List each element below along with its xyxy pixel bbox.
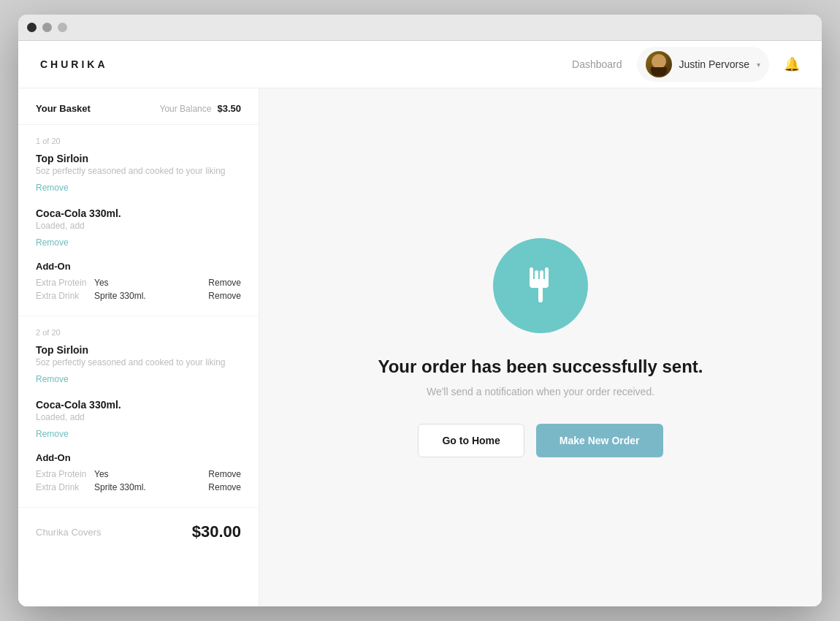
- dashboard-link[interactable]: Dashboard: [572, 58, 622, 70]
- remove-sirloin-1[interactable]: Remove: [36, 183, 69, 193]
- item-name-cola-2: Coca-Cola 330ml.: [36, 399, 241, 411]
- addon-remove-protein-1[interactable]: Remove: [208, 278, 241, 288]
- addon-value-protein-1: Yes: [94, 278, 208, 288]
- sidebar-footer: Churika Covers $30.00: [18, 508, 259, 556]
- addon-value-drink-1: Sprite 330ml.: [94, 291, 208, 301]
- addon-key-drink-1: Extra Drink: [36, 291, 94, 301]
- addon-row-drink-2: Extra Drink Sprite 330ml. Remove: [36, 482, 241, 492]
- addon-title-2: Add-On: [36, 452, 241, 463]
- addon-key-protein-2: Extra Protein: [36, 469, 94, 479]
- footer-label: Churika Covers: [36, 527, 102, 538]
- footer-total: $30.00: [192, 522, 241, 541]
- success-icon-container: [493, 238, 588, 333]
- main-layout: Your Basket Your Balance $3.50 1 of 20 T…: [18, 88, 822, 606]
- basket-title: Your Basket: [36, 103, 91, 114]
- item-desc-cola-1: Loaded, add: [36, 221, 241, 231]
- item-name-sirloin-2: Top Sirloin: [36, 344, 241, 356]
- header: CHURIKA Dashboard Justin Pervorse ▾ 🔔: [18, 41, 822, 88]
- addon-value-protein-2: Yes: [94, 469, 208, 479]
- close-button[interactable]: [27, 23, 37, 32]
- addon-row-drink-1: Extra Drink Sprite 330ml. Remove: [36, 291, 241, 301]
- user-name: Justin Pervorse: [679, 58, 749, 70]
- balance-value: $3.50: [217, 103, 241, 114]
- addon-key-drink-2: Extra Drink: [36, 482, 94, 492]
- addon-section-2: Add-On Extra Protein Yes Remove Extra Dr…: [36, 452, 241, 492]
- remove-cola-2[interactable]: Remove: [36, 429, 69, 439]
- titlebar: [18, 15, 822, 41]
- maximize-button[interactable]: [58, 23, 67, 32]
- user-section[interactable]: Justin Pervorse ▾: [637, 47, 769, 82]
- app-window: CHURIKA Dashboard Justin Pervorse ▾ 🔔: [18, 15, 822, 606]
- make-new-order-button[interactable]: Make New Order: [536, 424, 663, 457]
- app-content: CHURIKA Dashboard Justin Pervorse ▾ 🔔: [18, 41, 822, 606]
- action-buttons: Go to Home Make New Order: [418, 424, 663, 457]
- sidebar-header: Your Basket Your Balance $3.50: [18, 88, 259, 125]
- addon-remove-drink-1[interactable]: Remove: [208, 291, 241, 301]
- main-content: Your order has been successfully sent. W…: [259, 88, 822, 606]
- svg-rect-5: [530, 279, 549, 288]
- item-counter-2: 2 of 20: [36, 328, 241, 337]
- remove-sirloin-2[interactable]: Remove: [36, 374, 69, 384]
- avatar: [646, 51, 672, 77]
- avatar-face: [652, 54, 666, 69]
- header-right: Dashboard Justin Pervorse ▾ 🔔: [572, 47, 800, 82]
- balance-section: Your Balance $3.50: [160, 103, 242, 114]
- addon-title-1: Add-On: [36, 261, 241, 272]
- addon-remove-drink-2[interactable]: Remove: [208, 482, 241, 492]
- addon-section-1: Add-On Extra Protein Yes Remove Extra Dr…: [36, 261, 241, 301]
- addon-value-drink-2: Sprite 330ml.: [94, 482, 208, 492]
- logo: CHURIKA: [40, 58, 108, 70]
- addon-row-protein-2: Extra Protein Yes Remove: [36, 469, 241, 479]
- addon-key-protein-1: Extra Protein: [36, 278, 94, 288]
- item-desc-sirloin-2: 5oz perfectly seasoned and cooked to you…: [36, 357, 241, 367]
- remove-cola-1[interactable]: Remove: [36, 237, 69, 248]
- addon-row-protein-1: Extra Protein Yes Remove: [36, 278, 241, 288]
- item-desc-cola-2: Loaded, add: [36, 412, 241, 422]
- order-group-1: 1 of 20 Top Sirloin 5oz perfectly season…: [18, 125, 259, 316]
- avatar-beard: [651, 67, 667, 76]
- item-name-cola-1: Coca-Cola 330ml.: [36, 207, 241, 219]
- order-group-2: 2 of 20 Top Sirloin 5oz perfectly season…: [18, 316, 259, 508]
- item-desc-sirloin-1: 5oz perfectly seasoned and cooked to you…: [36, 166, 241, 176]
- addon-remove-protein-2[interactable]: Remove: [208, 469, 241, 479]
- chevron-down-icon: ▾: [757, 61, 760, 69]
- bell-icon[interactable]: 🔔: [784, 56, 800, 72]
- success-title: Your order has been successfully sent.: [378, 357, 703, 377]
- fork-icon: [515, 259, 566, 313]
- success-subtitle: We'll send a notification when your orde…: [427, 386, 654, 397]
- item-name-sirloin-1: Top Sirloin: [36, 153, 241, 164]
- svg-rect-0: [538, 286, 543, 302]
- minimize-button[interactable]: [42, 23, 52, 32]
- item-counter-1: 1 of 20: [36, 137, 241, 145]
- balance-label: Your Balance: [160, 104, 212, 114]
- sidebar: Your Basket Your Balance $3.50 1 of 20 T…: [18, 88, 259, 606]
- go-to-home-button[interactable]: Go to Home: [418, 424, 524, 457]
